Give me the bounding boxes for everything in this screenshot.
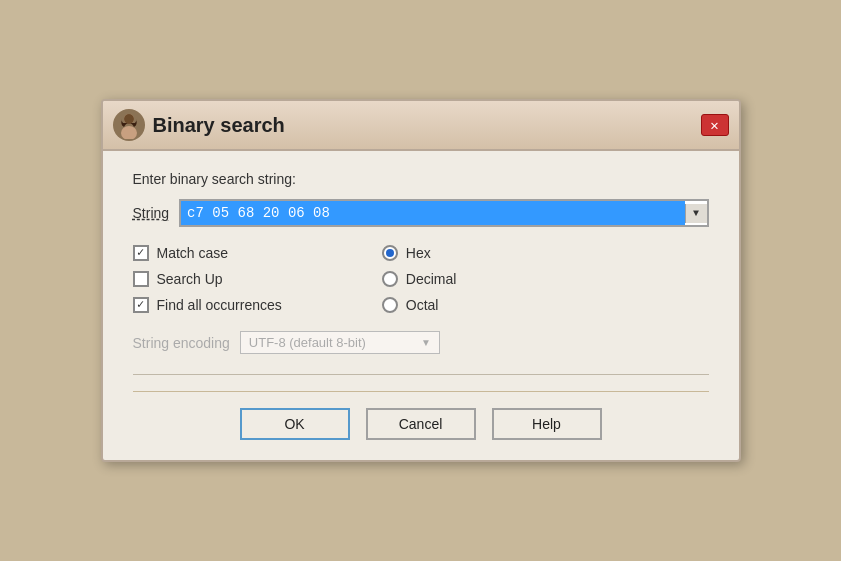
checkbox-row-search-up: Search Up: [133, 271, 282, 287]
radio-label-decimal: Decimal: [406, 271, 457, 287]
radio-row-decimal: Decimal: [382, 271, 457, 287]
svg-point-1: [121, 126, 137, 139]
radios-column: Hex Decimal Octal: [382, 245, 457, 313]
ok-button[interactable]: OK: [240, 408, 350, 440]
string-row: String ▼: [133, 199, 709, 227]
title-bar: Binary search ✕: [103, 101, 739, 151]
string-input-container[interactable]: ▼: [179, 199, 708, 227]
checkbox-row-find-all: Find all occurrences: [133, 297, 282, 313]
app-icon: [113, 109, 145, 141]
binary-search-dialog: Binary search ✕ Enter binary search stri…: [101, 99, 741, 462]
separator: [133, 374, 709, 375]
checkbox-find-all[interactable]: [133, 297, 149, 313]
encoding-row: String encoding UTF-8 (default 8-bit) ▼: [133, 331, 709, 354]
app-icon-svg: [115, 111, 143, 139]
dialog-title: Binary search: [153, 114, 285, 137]
dialog-body: Enter binary search string: String ▼ Mat…: [103, 151, 739, 460]
encoding-value: UTF-8 (default 8-bit): [249, 335, 366, 350]
checkbox-label-match-case: Match case: [157, 245, 229, 261]
radio-hex[interactable]: [382, 245, 398, 261]
encoding-select[interactable]: UTF-8 (default 8-bit) ▼: [240, 331, 440, 354]
close-button[interactable]: ✕: [701, 114, 729, 136]
title-bar-left: Binary search: [113, 109, 285, 141]
svg-point-2: [124, 114, 134, 124]
string-label: String: [133, 205, 170, 221]
radio-row-octal: Octal: [382, 297, 457, 313]
help-button[interactable]: Help: [492, 408, 602, 440]
checkbox-label-find-all: Find all occurrences: [157, 297, 282, 313]
radio-label-octal: Octal: [406, 297, 439, 313]
options-area: Match case Search Up Find all occurrence…: [133, 245, 709, 313]
radio-label-hex: Hex: [406, 245, 431, 261]
checkboxes-column: Match case Search Up Find all occurrence…: [133, 245, 282, 313]
checkbox-search-up[interactable]: [133, 271, 149, 287]
prompt-label: Enter binary search string:: [133, 171, 709, 187]
cancel-button[interactable]: Cancel: [366, 408, 476, 440]
radio-row-hex: Hex: [382, 245, 457, 261]
checkbox-label-search-up: Search Up: [157, 271, 223, 287]
encoding-label: String encoding: [133, 335, 230, 351]
radio-octal[interactable]: [382, 297, 398, 313]
string-input[interactable]: [181, 201, 684, 225]
button-row: OK Cancel Help: [133, 391, 709, 440]
radio-decimal[interactable]: [382, 271, 398, 287]
encoding-dropdown-icon: ▼: [421, 337, 431, 348]
checkbox-match-case[interactable]: [133, 245, 149, 261]
checkbox-row-match-case: Match case: [133, 245, 282, 261]
string-dropdown-button[interactable]: ▼: [685, 204, 707, 223]
